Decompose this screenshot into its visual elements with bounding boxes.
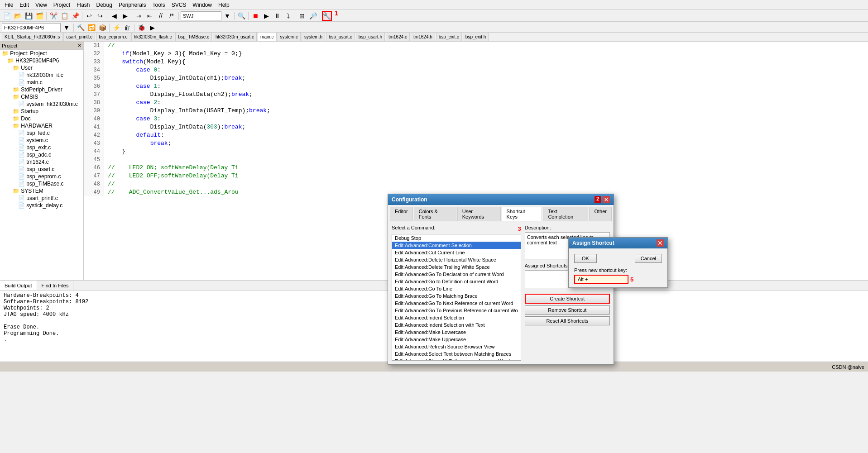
- debug-run-btn[interactable]: ▶: [261, 11, 271, 21]
- cmd-show-refs[interactable]: Edit:Advanced:Show All References of cur…: [392, 358, 521, 361]
- tab-system-h[interactable]: system.h: [302, 33, 325, 41]
- tree-main-c[interactable]: 📄 main.c: [0, 79, 83, 86]
- save-btn[interactable]: 💾: [24, 11, 34, 21]
- tab-keil-startup[interactable]: KEIL_Startup_hk32f030m.s: [2, 33, 62, 41]
- cmd-go-matching-brace[interactable]: Edit:Advanced:Go To Matching Brace: [392, 292, 521, 300]
- tab-main-c[interactable]: main.c: [258, 33, 276, 41]
- reset-shortcuts-btn[interactable]: Reset All Shortcuts: [525, 316, 610, 325]
- tab-bsp-usart-h[interactable]: bsp_usart.h: [356, 33, 385, 41]
- menu-edit[interactable]: Edit: [17, 1, 32, 9]
- sidebar-close[interactable]: ✕: [77, 43, 82, 48]
- cmd-go-def[interactable]: Edit:Advanced:Go to Definition of curren…: [392, 278, 521, 285]
- debug-step-btn[interactable]: ⤵: [283, 11, 293, 21]
- nav-back-btn[interactable]: ◀: [109, 11, 119, 21]
- debug-stop-btn[interactable]: ⏹: [250, 11, 260, 21]
- menu-peripherals[interactable]: Peripherals: [116, 1, 149, 9]
- cmd-go-line[interactable]: Edit:Advanced:Go To Line: [392, 285, 521, 292]
- paste-btn[interactable]: 📌: [70, 11, 80, 21]
- tree-system-c[interactable]: 📄 system_hk32f030m.c: [0, 100, 83, 108]
- batch-build-btn[interactable]: 📦: [97, 23, 107, 33]
- cmd-debug-stop[interactable]: Debug Stop: [392, 234, 521, 242]
- copy-btn[interactable]: 📋: [59, 11, 69, 21]
- build-btn[interactable]: 🔨: [76, 23, 86, 33]
- save-all-btn[interactable]: 🗂️: [34, 11, 44, 21]
- menu-flash[interactable]: Flash: [74, 1, 92, 9]
- config-tab-colors[interactable]: Colors & Fonts: [414, 207, 456, 221]
- cmd-go-decl[interactable]: Edit:Advanced:Go To Declaration of curre…: [392, 271, 521, 278]
- cmd-indent-text[interactable]: Edit:Advanced:Indent Selection with Text: [392, 321, 521, 329]
- command-list[interactable]: Debug Stop Edit:Advanced:Comment Selecti…: [392, 234, 521, 361]
- tree-bsp-exit[interactable]: 📄 bsp_exit.c: [0, 144, 83, 151]
- tree-startup[interactable]: 📁 Startup: [0, 108, 83, 115]
- cmd-refresh-sb[interactable]: Edit:Advanced:Refresh Source Browser Vie…: [392, 343, 521, 350]
- config-btn[interactable]: 🔧: [322, 11, 332, 21]
- bottom-tab-build[interactable]: Build Output: [0, 281, 37, 290]
- target-input[interactable]: [2, 23, 61, 32]
- tab-bsp-timbase[interactable]: bsp_TiMBase.c: [175, 33, 212, 41]
- menu-project[interactable]: Project: [51, 1, 73, 9]
- indent-btn[interactable]: ⇥: [134, 11, 144, 21]
- tree-bsp-usart[interactable]: 📄 bsp_usart.c: [0, 166, 83, 173]
- config-close-btn[interactable]: ✕: [603, 196, 610, 203]
- swj-input[interactable]: [181, 11, 221, 20]
- cmd-comment-selection[interactable]: Edit:Advanced:Comment Selection: [392, 242, 521, 249]
- tree-bsp-timbase[interactable]: 📄 bsp_TiMBase.c: [0, 180, 83, 187]
- cmd-upper[interactable]: Edit:Advanced:Make Uppercase: [392, 336, 521, 343]
- tree-hardwaer[interactable]: 📁 HARDWAER: [0, 122, 83, 129]
- debug-pause-btn[interactable]: ⏸: [272, 11, 282, 21]
- target-dropdown[interactable]: ▼: [62, 23, 72, 33]
- tree-hk32-it-c[interactable]: 📄 hk32f030m_it.c: [0, 72, 83, 79]
- zoom-btn[interactable]: 🔎: [308, 11, 318, 21]
- tree-bsp-led[interactable]: 📄 bsp_led.c: [0, 129, 83, 137]
- tree-system-folder[interactable]: 📁 SYSTEM: [0, 187, 83, 195]
- tree-hk32[interactable]: 📁 HK32F030MF4P6: [0, 57, 83, 64]
- cmd-del-trailing-ws[interactable]: Edit:Advanced:Delete Trailing White Spac…: [392, 263, 521, 271]
- tree-usart-printf[interactable]: 📄 usart_printf.c: [0, 195, 83, 202]
- tab-hk32f-usart[interactable]: hk32f030m_usart.c: [213, 33, 257, 41]
- cmd-cut-line[interactable]: Edit:Advanced:Cut Current Line: [392, 249, 521, 256]
- window-split-btn[interactable]: ⊞: [297, 11, 307, 21]
- config-dialog[interactable]: Configuration 2 ✕ Editor Colors & Fonts …: [388, 194, 614, 365]
- nav-fwd-btn[interactable]: ▶: [120, 11, 130, 21]
- tree-systick[interactable]: 📄 systick_delay.c: [0, 202, 83, 209]
- config-tab-user-kw[interactable]: User Keywords: [457, 207, 501, 221]
- swj-dropdown[interactable]: ▼: [222, 11, 232, 21]
- menu-help[interactable]: Help: [216, 1, 232, 9]
- redo-btn[interactable]: ↪: [95, 11, 105, 21]
- remove-shortcut-btn[interactable]: Remove Shortcut: [525, 305, 610, 315]
- cmd-lower[interactable]: Edit:Advanced:Make Lowercase: [392, 329, 521, 336]
- new-file-btn[interactable]: 📄: [2, 11, 12, 21]
- tree-user[interactable]: 📁 User: [0, 64, 83, 72]
- menu-window[interactable]: Window: [190, 1, 215, 9]
- tab-bsp-exit-c[interactable]: bsp_exit.c: [436, 33, 462, 41]
- tree-tm1624[interactable]: 📄 tm1624.c: [0, 158, 83, 166]
- menu-file[interactable]: File: [2, 1, 16, 9]
- rebuild-btn[interactable]: 🔁: [86, 23, 96, 33]
- cmd-indent-sel[interactable]: Edit:Advanced:Indent Selection: [392, 314, 521, 321]
- tree-stdperiph[interactable]: 📁 StdPeriph_Driver: [0, 86, 83, 93]
- tree-doc[interactable]: 📁 Doc: [0, 115, 83, 122]
- tab-bsp-eeprom[interactable]: bsp_eeprom.c: [96, 33, 130, 41]
- menu-view[interactable]: View: [33, 1, 50, 9]
- menu-tools[interactable]: Tools: [150, 1, 168, 9]
- cmd-go-prev-ref[interactable]: Edit:Advanced:Go To Previous Reference o…: [392, 307, 521, 314]
- tree-bsp-eeprom[interactable]: 📄 bsp_eeprom.c: [0, 173, 83, 180]
- tree-bsp-adc[interactable]: 📄 bsp_adc.c: [0, 151, 83, 158]
- tab-tm1624-h[interactable]: tm1624.h: [411, 33, 435, 41]
- tree-project-root[interactable]: 📁 Project: Project: [0, 50, 83, 57]
- bottom-tab-find[interactable]: Find In Files: [37, 281, 74, 290]
- cut-btn[interactable]: ✂️: [48, 11, 58, 21]
- config-tab-shortcut-keys[interactable]: Shortcut Keys: [502, 207, 542, 221]
- config-tab-text-completion[interactable]: Text Completion: [543, 207, 588, 221]
- debug-start-btn[interactable]: 🐞: [136, 23, 146, 33]
- unindent-btn[interactable]: ⇤: [145, 11, 155, 21]
- flash-download-btn[interactable]: ⚡: [111, 23, 121, 33]
- tree-system2-c[interactable]: 📄 system.c: [0, 137, 83, 144]
- search-btn[interactable]: 🔍: [236, 11, 246, 21]
- tab-bsp-exit-h[interactable]: bsp_exit.h: [463, 33, 489, 41]
- menu-svcs[interactable]: SVCS: [169, 1, 189, 9]
- create-shortcut-btn[interactable]: Create Shortcut: [525, 294, 610, 304]
- tab-bsp-usart-c[interactable]: bsp_usart.c: [326, 33, 355, 41]
- cmd-del-horiz-ws[interactable]: Edit:Advanced:Delete Horizontal White Sp…: [392, 256, 521, 263]
- run-btn2[interactable]: ▶: [147, 23, 157, 33]
